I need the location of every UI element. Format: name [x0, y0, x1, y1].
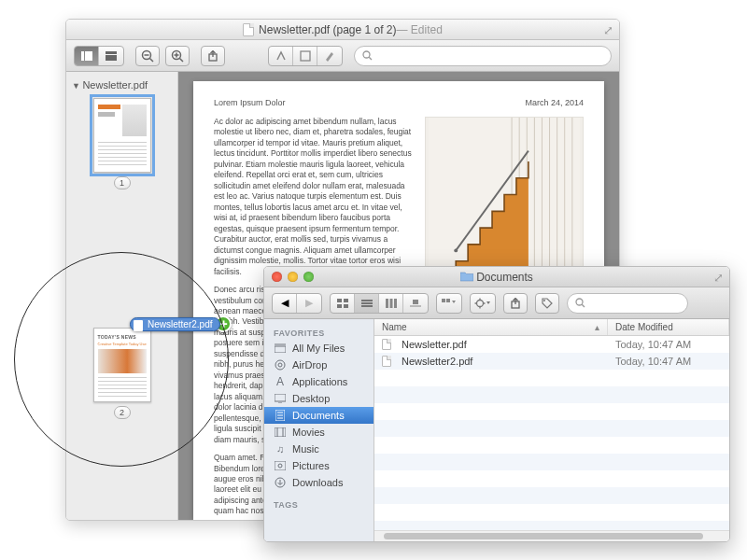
svg-line-8	[180, 58, 184, 62]
zoom-button[interactable]	[303, 272, 314, 282]
sidebar-doc-title[interactable]: Newsletter.pdf	[66, 77, 177, 92]
sidebar-item-label: Pictures	[292, 460, 330, 471]
pictures-icon	[274, 460, 287, 471]
forward-button[interactable]: ▶	[297, 294, 321, 313]
tags-button[interactable]	[535, 293, 559, 314]
page-thumbnail-2[interactable]: TODAY'S NEWS Creative Template Today Use	[93, 328, 151, 402]
finder-view-segmented[interactable]	[330, 293, 429, 314]
close-button[interactable]	[272, 272, 282, 282]
thumbnails-view-icon[interactable]	[75, 47, 99, 65]
thumbnail-sidebar: Newsletter.pdf 1 TODAY'S NEWS Creative T…	[66, 72, 178, 520]
svg-rect-40	[275, 346, 286, 353]
preview-toolbar	[66, 40, 619, 72]
arrange-icon[interactable]	[437, 294, 461, 313]
sidebar-item-all-my-files[interactable]: All My Files	[264, 340, 374, 357]
minimize-button[interactable]	[288, 272, 298, 282]
svg-rect-0	[81, 51, 84, 61]
page-thumbnail-1[interactable]	[93, 98, 151, 173]
share-button[interactable]	[503, 293, 528, 314]
svg-rect-26	[394, 299, 397, 308]
list-view-icon[interactable]	[355, 294, 379, 313]
sidebar-item-label: AirDrop	[292, 359, 327, 371]
file-row[interactable]: Newsletter.pdf Today, 10:47 AM	[374, 336, 729, 353]
file-icon	[382, 356, 391, 367]
svg-rect-25	[389, 299, 392, 308]
finder-toolbar: ◀ ▶	[264, 287, 729, 319]
sort-asc-icon: ▴	[595, 322, 599, 332]
zoom-in-button[interactable]	[165, 46, 190, 66]
window-title-edited: — Edited	[397, 23, 443, 36]
downloads-icon	[274, 477, 287, 488]
column-header-label: Date Modified	[615, 322, 673, 332]
file-date: Today, 10:47 AM	[608, 339, 729, 350]
column-header-label: Name	[382, 322, 407, 332]
sidebar-item-label: Documents	[292, 410, 345, 421]
view-mode-segmented[interactable]	[74, 46, 124, 66]
back-button[interactable]: ◀	[273, 294, 297, 313]
fullscreen-icon[interactable]: ⤢	[603, 23, 613, 37]
sidebar-item-desktop[interactable]: Desktop	[264, 390, 374, 407]
fullscreen-icon[interactable]: ⤢	[713, 271, 724, 285]
file-row[interactable]: Newsletter2.pdf Today, 10:47 AM	[374, 353, 729, 370]
sidebar-item-label: Music	[292, 443, 319, 455]
svg-point-13	[363, 51, 370, 58]
svg-rect-12	[301, 51, 310, 61]
body-paragraph: Ac dolor ac adipiscing amet bibendum nul…	[214, 117, 412, 277]
highlight-icon[interactable]	[269, 47, 293, 65]
finder-titlebar: Documents ⤢	[264, 267, 729, 287]
svg-rect-17	[337, 299, 342, 302]
annotate-icon[interactable]	[293, 47, 317, 65]
svg-rect-30	[446, 299, 450, 302]
svg-rect-53	[275, 461, 286, 470]
sidebar-item-label: Movies	[292, 427, 325, 438]
sidebar-item-applications[interactable]: AApplications	[264, 373, 374, 390]
zoom-out-button[interactable]	[135, 46, 160, 66]
svg-point-54	[278, 464, 282, 468]
column-header-name[interactable]: Name▴	[374, 319, 608, 335]
svg-rect-27	[413, 300, 418, 304]
column-header-date[interactable]: Date Modified	[608, 319, 729, 335]
svg-rect-1	[85, 51, 92, 61]
page-number-badge: 2	[114, 406, 131, 419]
svg-rect-20	[344, 304, 348, 308]
sidebar-item-movies[interactable]: Movies	[264, 424, 374, 441]
finder-sidebar: FAVORITES All My Files AirDrop AApplicat…	[264, 319, 374, 541]
search-icon	[575, 298, 585, 308]
content-view-icon[interactable]	[99, 47, 123, 65]
arrange-menu[interactable]	[436, 293, 462, 314]
documents-icon	[274, 410, 287, 421]
page-image-stairs	[425, 117, 584, 285]
column-view-icon[interactable]	[379, 294, 403, 313]
icon-view-icon[interactable]	[331, 294, 355, 313]
finder-title: Documents	[476, 271, 533, 284]
svg-rect-3	[106, 55, 117, 61]
preview-search-field[interactable]	[354, 46, 612, 66]
svg-rect-24	[386, 299, 388, 308]
window-title: Newsletter.pdf (page 1 of 2)	[259, 23, 396, 36]
sidebar-item-music[interactable]: ♫Music	[264, 441, 374, 457]
finder-window: Documents ⤢ ◀ ▶ FAVORITES All My Files	[263, 266, 730, 542]
action-menu[interactable]	[470, 293, 496, 314]
sidebar-item-label: Desktop	[292, 393, 330, 404]
sidebar-item-documents[interactable]: Documents	[264, 407, 374, 424]
finder-search-field[interactable]	[567, 293, 688, 314]
page-header-right: March 24, 2014	[525, 98, 584, 107]
coverflow-view-icon[interactable]	[403, 294, 428, 313]
sidebar-item-pictures[interactable]: Pictures	[264, 457, 374, 474]
gear-icon[interactable]	[471, 294, 495, 313]
file-rows[interactable]: Newsletter.pdf Today, 10:47 AM Newslette…	[374, 336, 729, 530]
svg-point-38	[576, 299, 583, 305]
sidebar-item-label: Applications	[292, 376, 347, 387]
sidebar-section-favorites: FAVORITES	[264, 325, 374, 340]
nav-back-forward[interactable]: ◀ ▶	[272, 293, 322, 314]
sidebar-item-downloads[interactable]: Downloads	[264, 474, 374, 491]
svg-point-42	[275, 360, 285, 370]
document-icon	[243, 23, 254, 36]
svg-point-16	[454, 248, 458, 252]
edit-icon[interactable]	[317, 47, 342, 65]
horizontal-scrollbar[interactable]	[374, 530, 729, 541]
share-button[interactable]	[201, 46, 225, 66]
svg-rect-29	[442, 299, 445, 302]
markup-segmented[interactable]	[268, 46, 343, 66]
sidebar-item-airdrop[interactable]: AirDrop	[264, 357, 374, 373]
